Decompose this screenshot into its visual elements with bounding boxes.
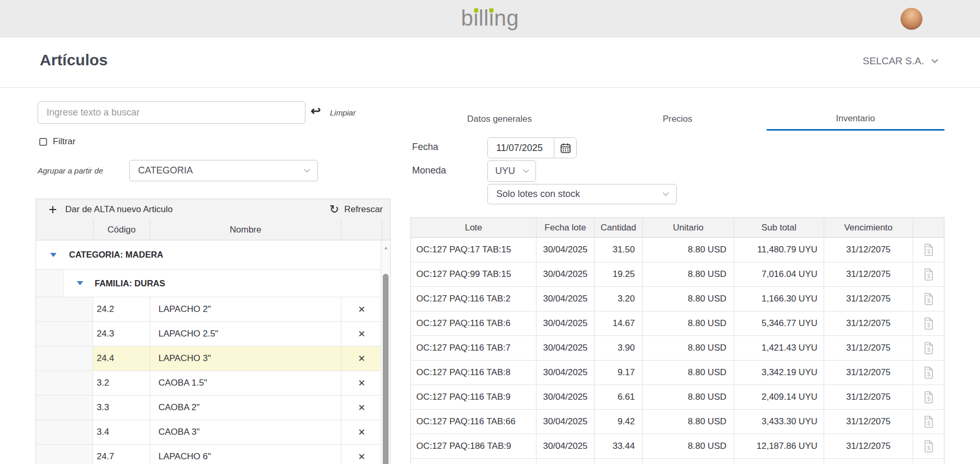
scrollbar-thumb[interactable] [383, 274, 389, 464]
delete-article-icon[interactable]: ✕ [358, 427, 365, 438]
calendar-button[interactable] [554, 138, 576, 158]
invoice-icon[interactable]: $ [924, 415, 934, 428]
calendar-icon [560, 143, 571, 154]
invoice-icon[interactable]: $ [924, 391, 934, 403]
tab[interactable]: Precios [588, 108, 766, 131]
invoice-icon[interactable]: $ [924, 293, 934, 305]
lot-date: 30/04/2025 [536, 287, 594, 311]
category-row[interactable]: CATEGORIA: MADERA [36, 240, 390, 270]
topbar: billing [0, 0, 980, 38]
lot-subtotal: 11,480.79 UYU [734, 238, 824, 262]
svg-text:$: $ [927, 445, 930, 451]
lot-unit-price: 8.80 USD [642, 385, 734, 409]
lot-code: OC:127 PAQ:116 TAB:7 [411, 336, 536, 360]
app-logo: billing [461, 6, 519, 31]
delete-article-icon[interactable]: ✕ [358, 329, 365, 340]
add-article-button[interactable]: Dar de ALTA nuevo Articulo [65, 204, 173, 215]
lot-expiry: 31/12/2075 [824, 410, 913, 434]
column-header-unitario: Unitario [642, 218, 734, 237]
tree-indent [36, 322, 93, 346]
lot-expiry: 31/12/2075 [824, 262, 913, 286]
lot-quantity: 6.61 [594, 385, 642, 409]
search-input[interactable] [38, 101, 305, 124]
lot-unit-price: 8.80 USD [642, 410, 734, 434]
family-row[interactable]: FAMILIA: DURAS [36, 270, 390, 297]
delete-article-icon[interactable]: ✕ [358, 378, 365, 389]
column-header-doc [913, 218, 944, 237]
scroll-up-arrow-icon[interactable]: ▲ [381, 245, 391, 250]
lot-code: OC:127 PAQ:116 TAB:8 [411, 361, 536, 385]
invoice-icon[interactable]: $ [924, 317, 934, 330]
invoice-icon[interactable]: $ [924, 243, 934, 256]
clear-search-link[interactable]: Limpiar [330, 108, 356, 117]
chevron-down-icon [523, 167, 529, 172]
column-header-fecha-lote: Fecha lote [536, 218, 594, 237]
lot-quantity: 33.44 [594, 434, 642, 458]
lot-row: OC:127 PAQ:17 TAB:15 30/04/2025 31.50 8.… [411, 238, 944, 262]
filter-checkbox[interactable] [39, 138, 47, 146]
company-selector[interactable]: SELCAR S.A. [863, 55, 937, 67]
lot-unit-price: 8.80 USD [642, 336, 734, 360]
lot-quantity: 9.17 [594, 361, 642, 385]
lot-subtotal: 5,346.77 UYU [734, 311, 824, 335]
delete-article-icon[interactable]: ✕ [358, 304, 365, 315]
tab[interactable]: Inventario [767, 108, 944, 131]
column-header-scroll [382, 220, 390, 240]
lot-code: OC:127 PAQ:17 TAB:15 [411, 238, 536, 262]
stock-filter-value: Solo lotes con stock [496, 189, 580, 200]
stock-filter-select[interactable]: Solo lotes con stock [487, 184, 677, 204]
article-row[interactable]: 3.2 CAOBA 1.5" ✕ [36, 371, 390, 396]
svg-text:$: $ [927, 396, 930, 402]
lots-table: Lote Fecha lote Cantidad Unitario Sub to… [411, 217, 944, 464]
article-row[interactable]: 24.3 LAPACHO 2.5" ✕ [36, 322, 390, 346]
delete-article-icon[interactable]: ✕ [358, 451, 365, 462]
invoice-icon[interactable]: $ [924, 268, 934, 281]
lot-code: OC:127 PAQ:116 TAB:66 [411, 410, 536, 434]
lot-unit-price: 8.80 USD [642, 262, 734, 286]
fecha-input[interactable]: 11/07/2025 [488, 138, 554, 158]
article-code: 24.2 [93, 297, 150, 321]
article-name: LAPACHO 2" [150, 297, 341, 321]
refresh-button[interactable]: ↻ Refrescar [329, 204, 383, 215]
group-by-select[interactable]: CATEGORIA [129, 160, 318, 181]
refresh-icon: ↻ [329, 204, 339, 215]
lot-expiry: 31/12/2075 [824, 287, 913, 311]
vertical-scrollbar[interactable]: ▲ [381, 240, 390, 464]
moneda-select[interactable]: UYU [487, 160, 536, 182]
column-header-expand [36, 220, 93, 240]
article-row[interactable]: 3.4 CAOBA 3" ✕ [36, 420, 390, 445]
lot-row: OC:127 PAQ:116 TAB:6 30/04/2025 14.67 8.… [411, 311, 944, 336]
lot-unit-price: 8.80 USD [642, 361, 734, 385]
collapse-triangle-icon[interactable] [77, 281, 83, 285]
lot-date: 30/04/2025 [536, 410, 594, 434]
invoice-icon[interactable]: $ [924, 440, 934, 453]
lot-quantity: 3.90 [594, 336, 642, 360]
lot-expiry: 31/12/2075 [824, 336, 913, 360]
article-row[interactable]: 24.4 LAPACHO 3" ✕ [36, 346, 390, 371]
lot-expiry: 31/12/2075 [824, 385, 913, 409]
lot-row: OC:127 PAQ:116 TAB:9 30/04/2025 6.61 8.8… [411, 385, 944, 410]
lot-subtotal: 2,409.14 UYU [734, 385, 824, 409]
detail-tabs: Datos generales Precios Inventario [411, 108, 944, 131]
family-label: FAMILIA: DURAS [95, 279, 165, 288]
articles-list: 24.2 LAPACHO 2" ✕ 24.3 LAPACHO 2.5" ✕ 24… [36, 297, 390, 464]
article-row[interactable]: 24.2 LAPACHO 2" ✕ [36, 297, 390, 322]
tab[interactable]: Datos generales [411, 108, 588, 131]
collapse-triangle-icon[interactable] [50, 253, 56, 257]
article-row[interactable]: 24.7 LAPACHO 6" ✕ [36, 445, 390, 464]
lot-unit-price: 8.80 USD [642, 434, 734, 458]
delete-article-icon[interactable]: ✕ [358, 402, 365, 413]
filter-label: Filtrar [53, 136, 75, 147]
lot-row: OC:127 PAQ:116 TAB:8 30/04/2025 9.17 8.8… [411, 361, 944, 385]
user-avatar[interactable] [901, 8, 922, 30]
article-row[interactable]: 3.3 CAOBA 2" ✕ [36, 396, 390, 420]
delete-article-icon[interactable]: ✕ [358, 353, 365, 364]
svg-text:$: $ [927, 248, 930, 254]
invoice-icon[interactable]: $ [924, 366, 934, 379]
invoice-icon[interactable]: $ [924, 342, 934, 354]
lot-code: OC:127 PAQ:99 TAB:15 [411, 262, 536, 286]
column-header-cantidad: Cantidad [594, 218, 642, 237]
moneda-value: UYU [495, 166, 515, 177]
enter-search-icon[interactable]: ↩ [311, 104, 321, 118]
refresh-label: Refrescar [344, 204, 383, 215]
